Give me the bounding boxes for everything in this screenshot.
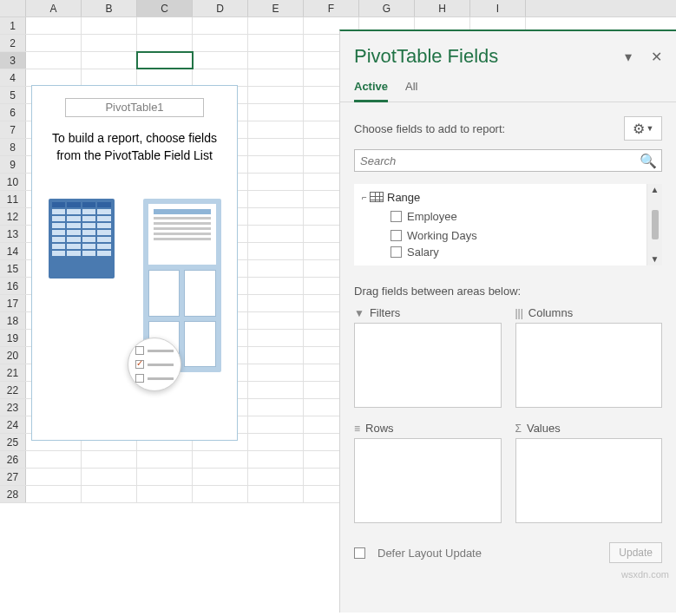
cell[interactable] [248,243,304,259]
col-header-A[interactable]: A [26,0,82,16]
cell[interactable] [137,52,193,69]
cell[interactable] [193,69,248,86]
col-header-B[interactable]: B [82,0,137,16]
checkbox-salary[interactable] [391,246,402,258]
cell[interactable] [248,278,304,294]
scroll-up-icon[interactable]: ▲ [651,186,660,194]
scroll-down-icon[interactable]: ▼ [651,255,660,264]
row-header-25[interactable]: 25 [0,434,26,450]
cell[interactable] [193,52,248,69]
cell[interactable] [82,17,137,34]
cell[interactable] [26,52,82,69]
row-header-21[interactable]: 21 [0,364,26,381]
cell[interactable] [82,486,137,502]
field-salary[interactable]: Salary [354,245,646,259]
col-header-E[interactable]: E [248,0,304,16]
cell[interactable] [26,469,82,485]
row-header-12[interactable]: 12 [0,208,26,225]
row-header-7[interactable]: 7 [0,121,26,138]
cell[interactable] [248,191,304,207]
cell[interactable] [82,35,137,51]
defer-layout-update[interactable]: Defer Layout Update [354,547,482,560]
cell[interactable] [137,486,193,502]
cell[interactable] [137,69,193,86]
row-header-24[interactable]: 24 [0,416,26,433]
cell[interactable] [193,469,248,485]
cell[interactable] [248,295,304,311]
checkbox-employee[interactable] [391,211,402,222]
row-header-14[interactable]: 14 [0,243,26,259]
cell[interactable] [26,486,82,502]
cell[interactable] [248,87,304,103]
row-header-23[interactable]: 23 [0,399,26,416]
cell[interactable] [248,434,304,450]
row-header-10[interactable]: 10 [0,174,26,190]
cell[interactable] [26,451,82,468]
cell[interactable] [248,260,304,277]
row-header-1[interactable]: 1 [0,17,26,34]
layout-options-button[interactable]: ⚙ ▼ [624,116,662,141]
row-header-3[interactable]: 3 [0,52,26,69]
cell[interactable] [26,35,82,51]
cell[interactable] [248,330,304,346]
cell[interactable] [248,347,304,364]
cell[interactable] [248,139,304,155]
filters-dropzone[interactable] [354,323,502,408]
row-header-13[interactable]: 13 [0,226,26,242]
row-header-20[interactable]: 20 [0,347,26,364]
cell[interactable] [248,364,304,381]
cell[interactable] [193,35,248,51]
cell[interactable] [248,52,304,69]
cell[interactable] [137,35,193,51]
field-root-range[interactable]: ⌐ Range [354,187,646,206]
row-header-6[interactable]: 6 [0,104,26,121]
select-all-corner[interactable] [0,0,26,16]
row-header-8[interactable]: 8 [0,139,26,155]
row-header-22[interactable]: 22 [0,382,26,398]
cell[interactable] [248,208,304,225]
cell[interactable] [248,469,304,485]
search-input[interactable] [354,149,662,172]
cell[interactable] [248,156,304,173]
row-header-5[interactable]: 5 [0,87,26,103]
pane-menu-icon[interactable]: ▾ [625,49,632,65]
cell[interactable] [248,121,304,138]
row-header-26[interactable]: 26 [0,451,26,468]
columns-dropzone[interactable] [515,323,663,408]
row-header-28[interactable]: 28 [0,486,26,502]
cell[interactable] [248,17,304,34]
cell[interactable] [248,226,304,242]
cell[interactable] [26,17,82,34]
row-header-19[interactable]: 19 [0,330,26,346]
col-header-G[interactable]: G [359,0,415,16]
field-list-scrollbar[interactable]: ▲ ▼ [646,184,662,265]
cell[interactable] [193,17,248,34]
cell[interactable] [82,52,137,69]
cell[interactable] [193,486,248,502]
row-header-9[interactable]: 9 [0,156,26,173]
cell[interactable] [137,451,193,468]
col-header-D[interactable]: D [193,0,248,16]
cell[interactable] [248,312,304,329]
cell[interactable] [193,451,248,468]
cell[interactable] [137,17,193,34]
cell[interactable] [248,451,304,468]
cell[interactable] [248,69,304,86]
cell[interactable] [82,469,137,485]
row-header-2[interactable]: 2 [0,35,26,51]
close-icon[interactable]: ✕ [651,49,662,65]
scroll-thumb[interactable] [652,210,659,239]
cell[interactable] [137,469,193,485]
row-header-17[interactable]: 17 [0,295,26,311]
tab-active[interactable]: Active [354,75,388,102]
cell[interactable] [82,451,137,468]
row-header-11[interactable]: 11 [0,191,26,207]
rows-dropzone[interactable] [354,438,502,523]
cell[interactable] [248,486,304,502]
cell[interactable] [82,69,137,86]
cell[interactable] [248,399,304,416]
cell[interactable] [248,104,304,121]
row-header-15[interactable]: 15 [0,260,26,277]
values-dropzone[interactable] [515,438,663,523]
col-header-C[interactable]: C [137,0,193,16]
